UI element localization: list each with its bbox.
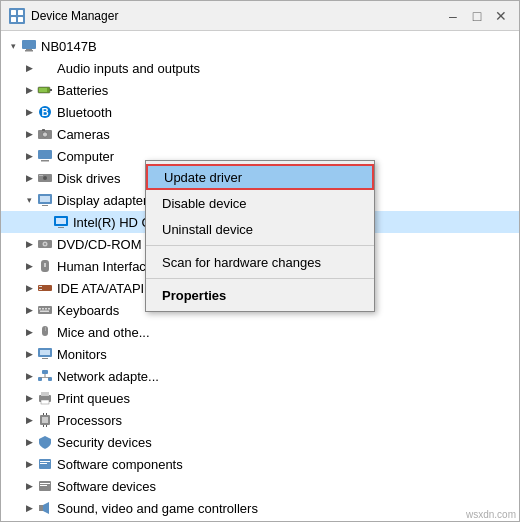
maximize-button[interactable]: □ [467,6,487,26]
expand-monitors[interactable]: ▶ [21,346,37,362]
ctx-uninstall-device[interactable]: Uninstall device [146,216,374,242]
mice-label: Mice and othe... [57,325,150,340]
expand-disk[interactable]: ▶ [21,170,37,186]
svg-rect-27 [56,218,66,224]
svg-rect-25 [42,205,48,206]
expand-network[interactable]: ▶ [21,368,37,384]
tree-item-mice[interactable]: ▶ Mice and othe... [1,321,519,343]
svg-rect-58 [43,413,44,415]
window-controls: – □ ✕ [443,6,511,26]
tree-item-cameras[interactable]: ▶ Cameras [1,123,519,145]
svg-rect-66 [40,483,50,484]
computer2-icon [37,148,53,164]
svg-rect-40 [45,308,47,310]
audio-icon [37,60,53,76]
svg-text:B: B [41,107,48,118]
computer-icon [21,38,37,54]
tree-item-software[interactable]: ▶ Software components [1,453,519,475]
update-driver-label: Update driver [164,170,242,185]
tree-item-softdev[interactable]: ▶ Software devices [1,475,519,497]
close-button[interactable]: ✕ [491,6,511,26]
svg-rect-33 [44,263,46,267]
ctx-scan-hardware[interactable]: Scan for hardware changes [146,249,374,275]
svg-rect-61 [46,425,47,427]
tree-item-bluetooth[interactable]: ▶ B Bluetooth [1,101,519,123]
svg-rect-37 [38,306,52,314]
expand-root[interactable]: ▾ [5,38,21,54]
svg-rect-12 [39,88,47,92]
tree-item-sound[interactable]: ▶ Sound, video and game controllers [1,497,519,519]
keyboards-label: Keyboards [57,303,119,318]
tree-item-audio[interactable]: ▶ Audio inputs and outputs [1,57,519,79]
ctx-update-driver[interactable]: Update driver [146,164,374,190]
svg-rect-59 [46,413,47,415]
svg-rect-64 [40,463,47,464]
ctx-properties[interactable]: Properties [146,282,374,308]
hid-label: Human Interfac... [57,259,157,274]
svg-point-21 [43,176,47,180]
svg-rect-52 [40,377,50,378]
svg-rect-7 [26,49,32,50]
ctx-separator1 [146,245,374,246]
scan-hardware-label: Scan for hardware changes [162,255,321,270]
svg-rect-17 [42,129,45,131]
svg-rect-57 [42,417,48,423]
tree-item-root[interactable]: ▾ NB0147B [1,35,519,57]
dvd-icon [37,236,53,252]
svg-rect-11 [50,89,52,91]
svg-rect-38 [39,308,41,310]
expand-computer[interactable]: ▶ [21,148,37,164]
display-label: Display adapters [57,193,154,208]
expand-bluetooth[interactable]: ▶ [21,104,37,120]
tree-item-network[interactable]: ▶ Network adapte... [1,365,519,387]
root-label: NB0147B [41,39,97,54]
ide-icon [37,280,53,296]
svg-rect-51 [45,374,46,377]
expand-hid[interactable]: ▶ [21,258,37,274]
bluetooth-label: Bluetooth [57,105,112,120]
svg-rect-54 [41,392,49,396]
ctx-disable-device[interactable]: Disable device [146,190,374,216]
expand-audio[interactable]: ▶ [21,60,37,76]
tree-item-processors[interactable]: ▶ Processors [1,409,519,431]
keyboard-icon [37,302,53,318]
expand-sound[interactable]: ▶ [21,500,37,516]
network-icon [37,368,53,384]
expand-dvd[interactable]: ▶ [21,236,37,252]
tree-item-batteries[interactable]: ▶ Batteries [1,79,519,101]
svg-point-31 [44,243,46,245]
expand-batteries[interactable]: ▶ [21,82,37,98]
expand-softdev[interactable]: ▶ [21,478,37,494]
minimize-button[interactable]: – [443,6,463,26]
title-bar: Device Manager – □ ✕ [1,1,519,31]
svg-rect-47 [42,358,48,359]
expand-software[interactable]: ▶ [21,456,37,472]
tree-item-monitors[interactable]: ▶ Monitors [1,343,519,365]
expand-print[interactable]: ▶ [21,390,37,406]
svg-point-16 [43,132,48,137]
svg-rect-24 [40,196,50,202]
svg-rect-22 [39,175,43,176]
processor-icon [37,412,53,428]
expand-processors[interactable]: ▶ [21,412,37,428]
expand-cameras[interactable]: ▶ [21,126,37,142]
monitors-label: Monitors [57,347,107,362]
expand-display[interactable]: ▾ [21,192,37,208]
security-label: Security devices [57,435,152,450]
expand-ide[interactable]: ▶ [21,280,37,296]
svg-rect-63 [40,461,50,462]
expand-keyboards[interactable]: ▶ [21,302,37,318]
audio-label: Audio inputs and outputs [57,61,200,76]
tree-item-storage[interactable]: ▶ Storage controllers [1,519,519,521]
computer-label: Computer [57,149,114,164]
tree-item-print[interactable]: ▶ Print queues [1,387,519,409]
expand-security[interactable]: ▶ [21,434,37,450]
watermark: wsxdn.com [466,509,516,520]
tree-item-security[interactable]: ▶ Security devices [1,431,519,453]
display2-icon [53,214,69,230]
svg-rect-2 [18,10,23,15]
context-menu: Update driver Disable device Uninstall d… [145,160,375,312]
expand-mice[interactable]: ▶ [21,324,37,340]
softdev-label: Software devices [57,479,156,494]
mouse-icon [37,324,53,340]
